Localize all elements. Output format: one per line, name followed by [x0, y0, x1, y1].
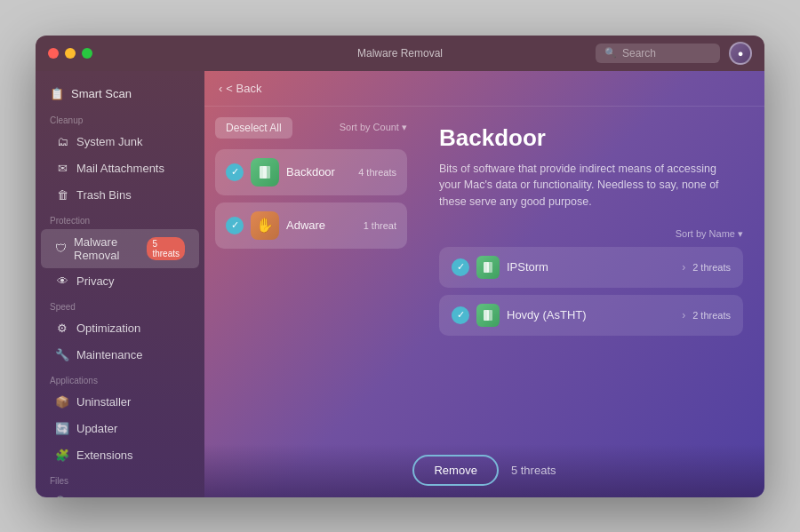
ipstorm-count: 2 threats	[692, 262, 731, 273]
back-label: < Back	[226, 82, 261, 95]
detail-description: Bits of software that provide indirect m…	[439, 161, 724, 210]
malware-icon: 🛡	[55, 242, 67, 256]
ipstorm-checkbox[interactable]: ✓	[452, 258, 469, 276]
search-input[interactable]: Search	[622, 47, 656, 60]
titlebar: Malware Removal 🔍 Search ●	[36, 36, 764, 71]
backdoor-checkbox[interactable]: ✓	[226, 163, 244, 181]
backdoor-count: 4 threats	[358, 167, 396, 178]
sidebar-item-space-lens[interactable]: 🔍 Space Lens	[41, 489, 199, 497]
uninstaller-icon: 📦	[55, 395, 69, 409]
threat-row-adware[interactable]: ✓ ✋ Adware 1 threat	[215, 202, 407, 249]
svg-rect-3	[487, 262, 492, 273]
adware-count: 1 threat	[364, 220, 396, 231]
back-chevron-icon: ‹	[219, 82, 222, 95]
privacy-icon: 👁	[55, 274, 69, 289]
uninstaller-label: Uninstaller	[76, 395, 131, 409]
backdoor-name: Backdoor	[286, 165, 351, 179]
threat-list-column: Deselect All Sort by Count ▾ ✓ Backdoor	[204, 107, 418, 497]
window-title: Malware Removal	[357, 47, 443, 60]
remove-bar: Remove 5 threats	[204, 444, 764, 497]
section-label-files: Files	[36, 469, 204, 489]
maintenance-icon: 🔧	[55, 348, 69, 362]
adware-hand-icon: ✋	[256, 217, 274, 234]
hovdy-checkbox[interactable]: ✓	[452, 306, 469, 324]
adware-name: Adware	[286, 218, 356, 232]
sidebar-item-malware-removal[interactable]: 🛡 Malware Removal 5 threats	[41, 229, 199, 268]
avatar-icon: ●	[738, 48, 744, 59]
space-lens-icon: 🔍	[55, 496, 69, 497]
minimize-button[interactable]	[65, 48, 76, 59]
sidebar-item-privacy[interactable]: 👁 Privacy	[41, 268, 199, 295]
titlebar-right: 🔍 Search ●	[596, 42, 752, 65]
updater-label: Updater	[76, 422, 117, 435]
remove-button[interactable]: Remove	[412, 455, 498, 486]
back-button[interactable]: ‹ < Back	[219, 82, 261, 95]
sidebar-item-trash-bins[interactable]: 🗑 Trash Bins	[41, 182, 199, 209]
sidebar-item-system-junk[interactable]: 🗂 System Junk	[41, 129, 199, 155]
hovdy-count: 2 threats	[692, 310, 731, 321]
deselect-bar: Deselect All Sort by Count ▾	[215, 117, 407, 139]
sidebar-item-uninstaller[interactable]: 📦 Uninstaller	[41, 389, 199, 416]
section-label-speed: Speed	[36, 295, 204, 315]
svg-rect-5	[487, 310, 492, 321]
back-bar: ‹ < Back	[204, 71, 764, 107]
optimization-label: Optimization	[76, 322, 140, 335]
detail-title: Backdoor	[439, 124, 743, 152]
sort-by-name-bar: Sort by Name ▾	[439, 228, 743, 240]
close-button[interactable]	[48, 48, 59, 59]
sidebar-item-updater[interactable]: 🔄 Updater	[41, 416, 199, 442]
sort-by-name-label[interactable]: Sort by Name ▾	[676, 228, 743, 240]
smart-scan-icon: 📋	[50, 87, 64, 101]
right-panel: ‹ < Back Deselect All Sort by Count ▾ ✓	[204, 71, 764, 497]
sidebar-item-extensions[interactable]: 🧩 Extensions	[41, 442, 199, 469]
extensions-icon: 🧩	[55, 449, 69, 463]
avatar-button[interactable]: ●	[729, 42, 752, 65]
extensions-label: Extensions	[76, 449, 133, 462]
system-junk-label: System Junk	[76, 135, 142, 148]
section-label-applications: Applications	[36, 369, 204, 389]
maximize-button[interactable]	[82, 48, 92, 59]
hovdy-chevron-icon: ›	[682, 309, 685, 322]
hovdy-name: Hovdy (AsTHT)	[507, 308, 675, 322]
sub-threat-row-hovdy[interactable]: ✓ Hovdy (AsTHT) › 2 threats	[439, 295, 743, 336]
mail-attachments-label: Mail Attachments	[76, 162, 164, 175]
optimization-icon: ⚙	[55, 322, 69, 336]
deselect-all-button[interactable]: Deselect All	[215, 117, 292, 139]
sidebar-item-maintenance[interactable]: 🔧 Maintenance	[41, 342, 199, 369]
section-label-protection: Protection	[36, 209, 204, 229]
content-area: Deselect All Sort by Count ▾ ✓ Backdoor	[204, 107, 764, 497]
adware-icon: ✋	[251, 211, 279, 240]
maintenance-label: Maintenance	[76, 348, 142, 361]
ipstorm-chevron-icon: ›	[682, 261, 685, 274]
sub-threat-row-ipstorm[interactable]: ✓ IPStorm › 2 threats	[439, 247, 743, 288]
malware-removal-label: Malware Removal	[74, 235, 140, 262]
sort-by-count-label[interactable]: Sort by Count ▾	[340, 122, 407, 133]
adware-checkbox[interactable]: ✓	[226, 217, 244, 234]
svg-rect-1	[263, 166, 270, 179]
space-lens-label: Space Lens	[76, 496, 138, 497]
ipstorm-icon	[476, 256, 500, 279]
sidebar-item-mail-attachments[interactable]: ✉ Mail Attachments	[41, 155, 199, 182]
system-junk-icon: 🗂	[55, 135, 69, 149]
backdoor-icon	[251, 158, 279, 187]
threat-row-backdoor[interactable]: ✓ Backdoor 4 threats	[215, 149, 407, 195]
search-bar[interactable]: 🔍 Search	[596, 44, 720, 63]
footer-threats-count: 5 threats	[511, 464, 556, 477]
main-content: 📋 Smart Scan Cleanup 🗂 System Junk ✉ Mai…	[36, 71, 764, 497]
trash-icon: 🗑	[55, 188, 69, 202]
hovdy-icon	[476, 304, 500, 327]
sidebar: 📋 Smart Scan Cleanup 🗂 System Junk ✉ Mai…	[36, 71, 204, 497]
sidebar-item-optimization[interactable]: ⚙ Optimization	[41, 315, 199, 342]
app-window: Malware Removal 🔍 Search ● 📋 Smart Scan …	[36, 36, 764, 497]
mail-icon: ✉	[55, 162, 69, 176]
trash-bins-label: Trash Bins	[76, 188, 132, 202]
privacy-label: Privacy	[76, 274, 115, 288]
smart-scan-label: Smart Scan	[71, 87, 132, 100]
sidebar-item-smart-scan[interactable]: 📋 Smart Scan	[36, 80, 204, 108]
updater-icon: 🔄	[55, 422, 69, 436]
ipstorm-name: IPStorm	[507, 260, 675, 274]
traffic-lights	[48, 48, 92, 59]
search-icon: 🔍	[604, 47, 617, 59]
malware-badge: 5 threats	[147, 237, 185, 260]
detail-column: Backdoor Bits of software that provide i…	[418, 107, 764, 497]
